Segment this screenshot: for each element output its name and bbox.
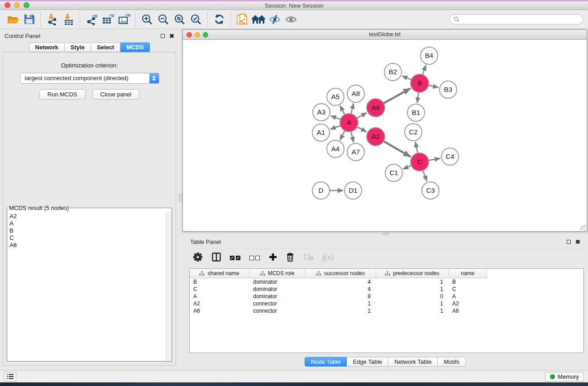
cell-predecessor-nodes[interactable]: 1	[376, 307, 449, 315]
column-header-shared-name[interactable]: shared name	[190, 269, 249, 278]
node-A[interactable]: A	[340, 114, 358, 132]
edge-C-C4[interactable]	[429, 158, 440, 161]
node-A2[interactable]: A2	[367, 128, 385, 146]
result-item[interactable]: B	[10, 227, 169, 234]
edge-A-A8[interactable]	[351, 103, 354, 114]
select-all-columns-button[interactable]: ✓ ✓	[230, 256, 240, 260]
edge-A-A5[interactable]	[340, 106, 345, 115]
task-history-button[interactable]	[4, 372, 16, 381]
network-from-selection-button[interactable]	[234, 11, 250, 28]
search-field[interactable]	[449, 14, 583, 24]
run-mcds-button[interactable]: Run MCDS	[39, 89, 86, 100]
network-close-button[interactable]	[186, 32, 192, 38]
network-window-titlebar[interactable]: testGlobe.txt	[183, 30, 587, 40]
tab-motifs[interactable]: Motifs	[438, 357, 466, 367]
export-network-button[interactable]	[83, 11, 100, 28]
cell-predecessor-nodes[interactable]: 1	[376, 286, 449, 293]
network-minimize-button[interactable]	[195, 32, 200, 38]
tab-select[interactable]: Select	[91, 43, 120, 52]
node-C3[interactable]: C3	[422, 182, 439, 199]
node-A7[interactable]: A7	[347, 143, 364, 161]
node-D1[interactable]: D1	[344, 182, 362, 199]
cell-mcds-role[interactable]: connector	[249, 307, 305, 315]
search-input[interactable]	[462, 16, 579, 23]
result-item[interactable]: A6	[10, 242, 169, 249]
node-C2[interactable]: C2	[405, 124, 422, 141]
edge-A2-C[interactable]	[383, 141, 411, 157]
edge-B-B1[interactable]	[417, 92, 419, 103]
function-builder-button[interactable]: f(x)	[322, 253, 334, 262]
cell-mcds-role[interactable]: dominator	[249, 278, 305, 286]
vertical-divider-grip[interactable]	[179, 194, 182, 202]
home-view-button[interactable]	[250, 11, 267, 28]
cell-successor-nodes[interactable]: 8	[305, 293, 376, 300]
float-table-panel-icon[interactable]	[567, 240, 571, 244]
edge-A-A7[interactable]	[351, 132, 354, 143]
close-panel-button[interactable]: Close panel	[92, 89, 140, 100]
cell-mcds-role[interactable]: dominator	[249, 286, 305, 293]
table-row[interactable]: A6connector11A6	[190, 307, 583, 315]
node-B3[interactable]: B3	[440, 81, 457, 98]
cell-successor-nodes[interactable]: 4	[305, 278, 376, 286]
node-C4[interactable]: C4	[441, 148, 459, 165]
node-A8[interactable]: A8	[347, 85, 364, 102]
close-window-button[interactable]	[5, 2, 10, 8]
edge-B-B2[interactable]	[402, 76, 411, 80]
edge-C-C3[interactable]	[423, 171, 427, 181]
network-canvas[interactable]: B4B2BB3B1A5A8A6A3AA1C2A2A4A7C4CC1C3DD1	[183, 40, 587, 231]
edge-C-C1[interactable]	[403, 166, 411, 169]
cell-name[interactable]: B	[449, 278, 487, 286]
node-B[interactable]: B	[411, 74, 429, 92]
cell-shared-name[interactable]: A	[190, 293, 249, 300]
create-column-button[interactable]	[269, 253, 277, 262]
cell-name[interactable]: A	[449, 293, 487, 300]
close-panel-icon[interactable]: ✖	[169, 34, 174, 38]
import-network-button[interactable]	[44, 11, 60, 28]
edge-A-A6[interactable]	[357, 113, 367, 118]
node-A1[interactable]: A1	[312, 124, 330, 141]
tab-network[interactable]: Network	[29, 43, 65, 52]
cell-shared-name[interactable]: C	[190, 286, 249, 293]
cell-shared-name[interactable]: B	[190, 278, 249, 286]
column-header-name[interactable]: name	[449, 269, 487, 278]
close-table-panel-icon[interactable]: ✖	[575, 240, 580, 244]
edge-A-A2[interactable]	[357, 127, 367, 132]
show-columns-button[interactable]	[212, 253, 221, 263]
node-A4[interactable]: A4	[327, 140, 344, 157]
zoom-window-button[interactable]	[24, 2, 29, 8]
edge-A-A1[interactable]	[330, 126, 341, 129]
edge-A-A4[interactable]	[340, 131, 345, 140]
memory-button[interactable]: Memory	[545, 372, 584, 381]
node-D[interactable]: D	[312, 182, 330, 199]
column-header-predecessor-nodes[interactable]: predecessor nodes	[376, 269, 449, 278]
node-table[interactable]: shared nameMCDS rolesuccessor nodesprede…	[189, 268, 584, 353]
cell-mcds-role[interactable]: dominator	[249, 293, 305, 300]
cell-name[interactable]: A2	[449, 300, 487, 307]
cell-mcds-role[interactable]: connector	[249, 300, 305, 307]
tab-edge-table[interactable]: Edge Table	[347, 357, 388, 367]
hide-graphics-details-button[interactable]	[267, 11, 283, 28]
cell-name[interactable]: C	[449, 286, 487, 293]
tab-mcds[interactable]: MCDS	[120, 43, 150, 52]
cell-shared-name[interactable]: A6	[190, 307, 249, 315]
tab-network-table[interactable]: Network Table	[388, 357, 438, 367]
float-panel-icon[interactable]	[161, 34, 165, 38]
zoom-out-button[interactable]	[155, 11, 172, 28]
result-scrollbar[interactable]	[166, 211, 172, 361]
show-graphics-details-button[interactable]	[283, 11, 299, 28]
result-item[interactable]: C	[10, 234, 169, 242]
export-image-button[interactable]	[116, 11, 132, 28]
edge-C-C2[interactable]	[416, 142, 418, 153]
node-A5[interactable]: A5	[327, 88, 344, 105]
delete-columns-button[interactable]	[286, 253, 294, 263]
tab-style[interactable]: Style	[65, 43, 91, 52]
node-A3[interactable]: A3	[313, 104, 330, 121]
export-table-button[interactable]	[100, 11, 116, 28]
node-B2[interactable]: B2	[384, 63, 402, 81]
table-row[interactable]: Cdominator41C	[190, 286, 583, 293]
column-header-mcds-role[interactable]: MCDS role	[249, 269, 305, 278]
table-row[interactable]: A2connector11A2	[190, 300, 583, 307]
import-table-button[interactable]	[60, 11, 76, 28]
table-settings-button[interactable]	[193, 252, 203, 263]
cell-successor-nodes[interactable]: 1	[305, 307, 376, 315]
